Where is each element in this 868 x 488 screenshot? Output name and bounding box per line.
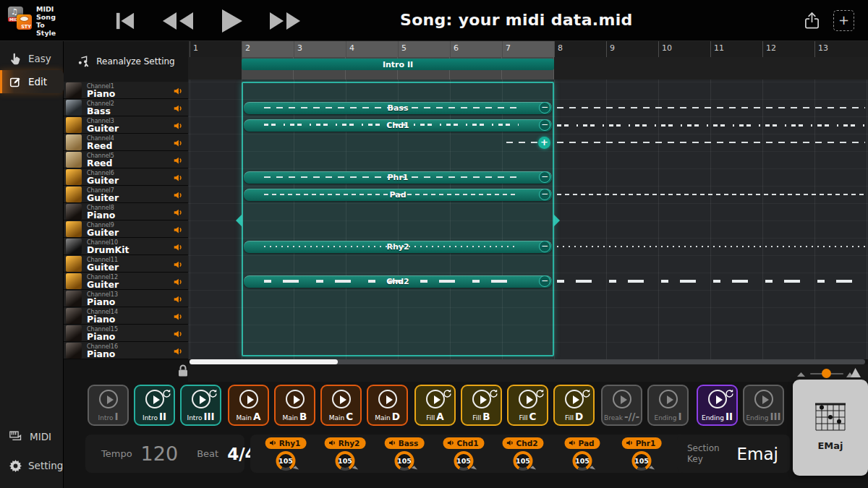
regenerate-icon[interactable] xyxy=(535,388,545,398)
add-track-icon[interactable]: + xyxy=(538,137,550,149)
measure-cell[interactable]: 11 xyxy=(710,41,762,57)
sidebar-item-setting[interactable]: Setting xyxy=(0,454,64,477)
measure-cell[interactable]: 8 xyxy=(554,41,606,57)
speaker-icon[interactable] xyxy=(173,155,183,168)
lock-icon[interactable] xyxy=(178,364,188,380)
measure-cell[interactable]: 12 xyxy=(762,41,814,57)
regenerate-icon[interactable] xyxy=(443,388,453,398)
section-button-intro-ii[interactable]: IntroII xyxy=(134,385,175,426)
measure-cell[interactable]: 2 xyxy=(242,41,294,57)
speaker-icon[interactable] xyxy=(173,207,183,221)
speaker-icon[interactable] xyxy=(173,241,183,255)
speaker-icon[interactable] xyxy=(173,103,183,116)
track-bar-chd2[interactable]: Chd2− xyxy=(244,275,552,288)
section-button-main-d[interactable]: MainD xyxy=(367,385,408,426)
part-bass[interactable]: Bass105 xyxy=(378,437,430,471)
channel-row[interactable]: Channel4Reed xyxy=(64,134,188,151)
section-key-value[interactable]: Emaj xyxy=(737,445,778,463)
zoom-in-icon[interactable] xyxy=(846,367,861,377)
measure-cell[interactable]: 10 xyxy=(658,41,710,57)
measure-cell[interactable]: 5 xyxy=(398,41,450,57)
zoom-slider-handle[interactable] xyxy=(822,369,831,378)
part-mute-pill[interactable]: Chd1 xyxy=(443,437,484,449)
track-bar-phr1[interactable]: Phr1− xyxy=(244,171,552,184)
section-button-main-c[interactable]: MainC xyxy=(320,385,362,426)
channel-row[interactable]: Channel12Guiter xyxy=(64,273,188,290)
tempo-value[interactable]: 120 xyxy=(141,442,179,465)
measure-cell[interactable]: 13 xyxy=(814,41,867,57)
rewind-button[interactable] xyxy=(159,0,197,41)
channel-row[interactable]: Channel6Guiter xyxy=(64,168,188,186)
channel-row[interactable]: Channel7Guiter xyxy=(64,186,188,203)
section-button-fill-a[interactable]: FillA xyxy=(414,385,456,426)
measure-cell[interactable]: 6 xyxy=(450,41,502,57)
chord-card[interactable]: EMaj xyxy=(793,380,868,476)
regenerate-icon[interactable] xyxy=(489,388,499,398)
share-button[interactable] xyxy=(796,0,827,41)
volume-knob[interactable]: 105 xyxy=(514,451,533,471)
channel-row[interactable]: Channel5Reed xyxy=(64,151,188,168)
speaker-icon[interactable] xyxy=(173,172,183,186)
section-button-ending-iii[interactable]: EndingIII xyxy=(743,385,784,426)
speaker-icon[interactable] xyxy=(173,346,183,359)
regenerate-icon[interactable] xyxy=(725,388,735,398)
section-button-break--//-[interactable]: Break-//- xyxy=(601,385,642,426)
speaker-icon[interactable] xyxy=(173,259,183,273)
volume-knob[interactable]: 105 xyxy=(454,451,474,471)
remove-track-icon[interactable]: − xyxy=(539,189,550,200)
remove-track-icon[interactable]: − xyxy=(539,119,550,131)
sidebar-item-easy[interactable]: Easy xyxy=(0,47,64,70)
part-mute-pill[interactable]: Rhy1 xyxy=(265,437,307,449)
speaker-icon[interactable] xyxy=(173,189,183,203)
section-clip[interactable]: Intro II xyxy=(242,59,554,70)
section-button-intro-i[interactable]: IntroI xyxy=(88,385,129,426)
channel-row[interactable]: Channel8Piano xyxy=(64,203,188,221)
part-mute-pill[interactable]: Phr1 xyxy=(622,437,662,449)
section-button-main-b[interactable]: MainB xyxy=(274,385,315,426)
track-bar-pad[interactable]: Pad− xyxy=(244,189,552,201)
measure-ruler[interactable]: 12345678910111213 xyxy=(188,41,868,57)
play-button[interactable] xyxy=(213,0,250,41)
part-mute-pill[interactable]: Pad xyxy=(564,437,600,449)
regenerate-icon[interactable] xyxy=(582,388,592,398)
sidebar-item-edit[interactable]: Edit xyxy=(0,70,64,93)
part-chd2[interactable]: Chd2105 xyxy=(497,437,549,471)
volume-knob[interactable]: 105 xyxy=(632,451,652,471)
channel-row[interactable]: Channel16Piano xyxy=(64,342,188,359)
horizontal-scrollbar-thumb[interactable] xyxy=(190,359,338,364)
part-rhy1[interactable]: Rhy1105 xyxy=(260,437,312,471)
add-new-button[interactable]: + xyxy=(833,10,854,31)
measure-cell[interactable]: 7 xyxy=(502,41,554,57)
part-mute-pill[interactable]: Rhy2 xyxy=(325,437,366,449)
speaker-icon[interactable] xyxy=(173,294,183,307)
speaker-icon[interactable] xyxy=(173,120,183,134)
channel-row[interactable]: Channel13Piano xyxy=(64,290,188,307)
section-button-fill-d[interactable]: FillD xyxy=(553,385,595,426)
remove-track-icon[interactable]: − xyxy=(539,241,550,252)
speaker-icon[interactable] xyxy=(173,85,183,99)
speaker-icon[interactable] xyxy=(173,311,183,325)
section-button-ending-ii[interactable]: EndingII xyxy=(697,385,738,426)
section-button-fill-c[interactable]: FillC xyxy=(507,385,548,426)
speaker-icon[interactable] xyxy=(173,328,183,342)
sidebar-item-midi[interactable]: MIDI xyxy=(0,425,64,448)
channel-row[interactable]: Channel1Piano xyxy=(64,82,188,99)
volume-knob[interactable]: 105 xyxy=(573,451,592,471)
speaker-icon[interactable] xyxy=(173,137,183,151)
channel-row[interactable]: Channel15Piano xyxy=(64,325,188,342)
part-chd1[interactable]: Chd1105 xyxy=(438,437,490,471)
track-bar-rhy2[interactable]: Rhy2− xyxy=(244,241,552,253)
section-button-fill-b[interactable]: FillB xyxy=(461,385,502,426)
channel-row[interactable]: Channel2Bass xyxy=(64,99,188,116)
speaker-icon[interactable] xyxy=(173,224,183,238)
channel-row[interactable]: Channel11Guiter xyxy=(64,255,188,273)
channel-row[interactable]: Channel10DrumKit xyxy=(64,238,188,255)
volume-knob[interactable]: 105 xyxy=(395,451,414,471)
track-bar-chd1[interactable]: Chd1− xyxy=(244,119,552,132)
regenerate-icon[interactable] xyxy=(162,388,172,398)
part-mute-pill[interactable]: Bass xyxy=(385,437,425,449)
measure-cell[interactable]: 4 xyxy=(346,41,398,57)
measure-cell[interactable]: 9 xyxy=(606,41,658,57)
volume-knob[interactable]: 105 xyxy=(336,451,355,471)
channel-row[interactable]: Channel14Piano xyxy=(64,307,188,325)
